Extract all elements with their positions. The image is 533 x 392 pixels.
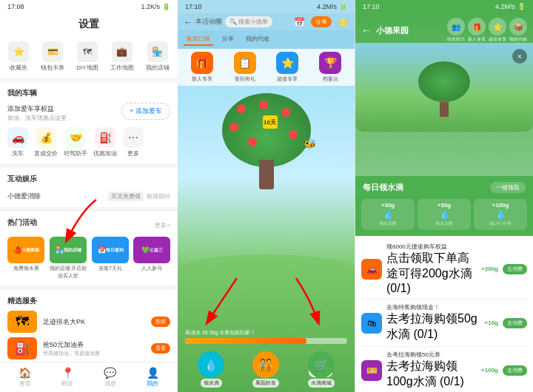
p2-back-icon[interactable]: ← [184,17,192,27]
p2-tab-mine[interactable]: 我的代收 [243,33,272,46]
p1-hot-orchard[interactable]: 🍎小德果园 免费领水果 [7,237,44,280]
p1-fuel-coupon-img: ⛽ [7,337,37,359]
p1-charity-sublabel: 公益三 [150,247,163,254]
p1-hot-more[interactable]: 更多> [155,221,170,229]
p3-slot1-sub: 领水次数 [379,220,397,227]
p3-task2-text: 去海特客购领现金！ 去考拉海购领50g水滴 (0/1) [386,303,480,342]
panel2: 17:10 4.2M/s 🔋 ← 本活动圈 🔍 搜索小德果 📅 分享 ⭐ 集四口… [178,0,355,392]
p1-fuel-btn[interactable]: 看看 [151,343,170,354]
p2-qa-signin[interactable]: 📋 签到有礼 [225,52,265,83]
p2-shop-btn[interactable]: 🛒 水滴商城 [308,351,335,388]
p1-fuel-text: 抢50元加油券 凭高德加油，享超值优惠 [43,340,145,357]
p1-checkin-label: 连签7天礼 [98,265,122,272]
p3-task-3: 🎫 去考拉海购领50元券 去考拉海购领100g水滴 (0/1) +100g 去消… [361,347,527,392]
panel1-content: 17:08 1.2K/s 🔋 设置 ⭐ 收藏夹 💳 钱包卡券 🗺 DIY地图 [0,0,178,362]
p3-task2-btn[interactable]: 去消费 [503,318,527,328]
p2-qa-super[interactable]: ⭐ 超值专享 [268,52,308,83]
p3-close-btn[interactable]: × [512,49,527,64]
p3-mini-trunk [440,102,449,117]
p2-game-area: 10天 🐝 再浇水 93.58g 水果包邮到家！ 💧 领水滴 🧑‍🤝‍🧑 果园好… [178,86,355,392]
p3-qbtn-collect[interactable]: 📦 我的代收 [509,18,527,43]
p1-footprint-img: 🗺 [7,311,37,333]
p1-ent-item-row: 小德爱消除 买克免费领 敬请期待 [7,192,170,201]
p3-time: 17:10 [363,3,380,10]
p2-share-btn[interactable]: 分享 [311,16,332,27]
p1-service-fuel[interactable]: ⛽ 优惠加油 [93,127,117,158]
p3-slot1-amount: +30g [381,202,395,209]
p1-store-label: 我的店铺 [146,64,170,72]
p3-task2-reward: +10g [485,320,498,326]
p3-back-btn[interactable]: ← [361,24,372,36]
p1-add-car-btn[interactable]: + 添加爱车 [121,103,170,120]
p2-signal: 4.2M/s [317,3,337,10]
p3-statusbar: 17:10 4.2M/s 🔋 [355,0,533,13]
p1-fuel-label: 优惠加油 [93,149,117,158]
p2-header-left: ← 本活动圈 🔍 搜索小德果 [184,16,272,27]
p3-task3-btn[interactable]: 去消费 [503,365,527,376]
p1-header: 设置 [0,13,178,36]
p2-tab-collect[interactable]: 集四口粮 [184,33,213,46]
p2-search-box[interactable]: 🔍 搜索小德果 [225,16,272,27]
p1-collectibles-icon: ⭐ [8,41,29,62]
p1-nav-store[interactable]: 🏪 我的店铺 [146,41,170,72]
p2-friends-btn[interactable]: 🧑‍🤝‍🧑 果园好友 [252,351,279,388]
p2-collect-water-btn[interactable]: 💧 领水滴 [198,351,224,388]
p2-qa-archive[interactable]: 🏆 档案台 [310,52,350,83]
p1-assist-icon: 🤝 [65,127,86,148]
p1-nav-icons: ⭐ 收藏夹 💳 钱包卡券 🗺 DIY地图 💼 工作地图 🏪 我的店铺 [0,36,178,78]
p2-tab-share[interactable]: 分享 [219,33,237,46]
p3-qbtn-newuser[interactable]: 🎁 新人专享 [468,18,486,43]
p1-nav-mine[interactable]: 👤 我的 [147,367,159,388]
p1-footprint-btn[interactable]: 图观 [151,317,170,327]
p3-header: ← 小德果园 👥 好友助力 🎁 新人专享 ⭐ 超信专享 📦 我的 [361,18,527,43]
p2-statusbar: 17:10 4.2M/s 🔋 [178,0,355,13]
p1-price-label: 直成交价 [34,149,58,158]
p1-mystore-label: 我的店铺 开店创业买人驻 [49,265,87,280]
p1-diy-icon: 🗺 [77,41,98,62]
p1-service-price[interactable]: 💰 直成交价 [34,127,58,158]
p2-shop-label: 水滴商城 [308,379,335,388]
p1-nav-messages[interactable]: 💬 消息 [104,367,116,388]
p1-hot-mystore[interactable]: 🏪我的店铺 我的店铺 开店创业买人驻 [49,237,87,280]
p1-sel-fuel[interactable]: ⛽ 抢50元加油券 凭高德加油，享超值优惠 看看 [7,337,170,359]
p3-daily-title: 每日领水滴 [363,182,403,193]
p1-nav-work[interactable]: 💼 工作地图 [110,41,134,72]
p1-ent-actions: 买克免费领 敬请期待 [108,192,170,201]
p3-page-title: 小德果园 [376,25,409,36]
p3-super-btn-icon: ⭐ [489,18,506,36]
p1-ent-row: 互动娱乐 [7,174,170,189]
p1-car-section: 我的车辆 添加爱车享权益 加油、洗车优惠点这里 + 添加爱车 🚗 洗车 💰 [0,82,178,163]
p3-task2-title: 去海特客购领现金！ [386,303,480,311]
p2-qa-newuser[interactable]: 🎁 新人专享 [182,52,222,83]
p1-hot-charity[interactable]: 💚公益三 人人参与 [133,237,170,280]
p1-mystore-sublabel: 我的店铺 [64,247,81,254]
p3-collect-btn-label: 我的代收 [509,36,527,43]
p3-daily-btn[interactable]: 一键领取 [490,182,526,193]
p1-service-more[interactable]: ⋯ 更多 [123,127,144,158]
p1-nearby-label: 附近 [61,379,73,388]
p3-task3-reward: +100g [481,367,498,374]
p1-nav-home[interactable]: 🏠 首页 [19,367,31,388]
p3-newuser-btn-label: 新人专享 [468,36,486,43]
p1-service-wash[interactable]: 🚗 洗车 [7,127,28,158]
p1-service-assist[interactable]: 🤝 对驾助手 [64,127,87,158]
p3-qbtn-friends[interactable]: 👥 好友助力 [447,18,465,43]
p2-battery-icon: 🔋 [339,3,347,10]
p1-charity-img: 💚公益三 [133,237,170,263]
p2-friends-icon: 🧑‍🤝‍🧑 [252,351,279,378]
p3-task1-btn[interactable]: 去消费 [503,264,527,274]
p1-nav-diy[interactable]: 🗺 DIY地图 [76,41,98,72]
p2-shop-icon: 🛒 [308,351,335,378]
p1-sel-footprint[interactable]: 🗺 足迹排名大PK 图观 [7,311,170,333]
p2-tree: 10天 [215,93,318,189]
p3-qbtn-super[interactable]: ⭐ 超信专享 [489,18,506,43]
p3-battery-icon: 🔋 [517,3,526,10]
p1-nav-nearby[interactable]: 📍 附近 [61,367,74,388]
p1-nav-wallet[interactable]: 💳 钱包卡券 [41,41,64,72]
p3-task-1: 🚗 领6000元捷途购车权益 点击领取下单高途可得200g水滴 (0/1) +2… [361,239,527,300]
p1-checkin-img: 📅每日签到 [92,237,129,263]
p1-hot-checkin[interactable]: 📅每日签到 连签7天礼 [92,237,129,280]
p1-collectibles-label: 收藏夹 [10,64,27,72]
p2-collect-icon: ⭐ [338,17,349,27]
p1-nav-collectibles[interactable]: ⭐ 收藏夹 [8,41,29,72]
